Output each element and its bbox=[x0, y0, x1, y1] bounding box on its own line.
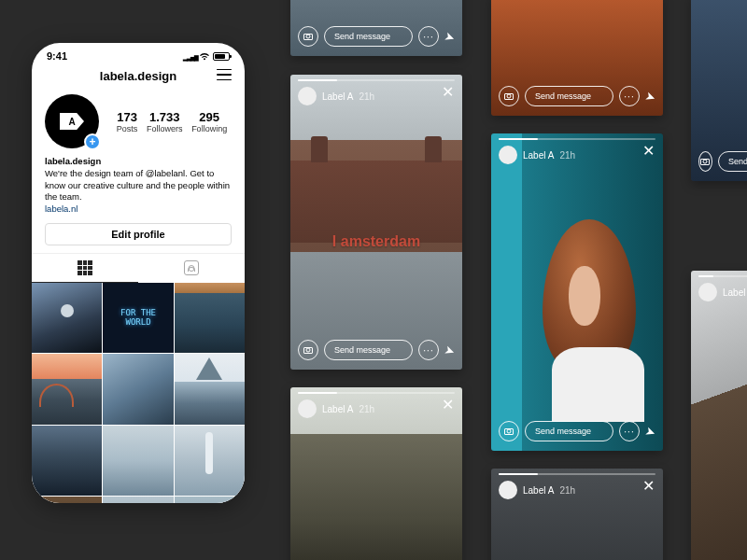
feed-tile[interactable] bbox=[175, 497, 245, 503]
camera-icon bbox=[303, 347, 313, 354]
feed-tile[interactable] bbox=[175, 283, 245, 353]
menu-icon[interactable] bbox=[217, 69, 232, 80]
stat-following-value: 295 bbox=[191, 110, 227, 124]
status-time: 9:41 bbox=[47, 50, 67, 62]
camera-icon bbox=[303, 34, 313, 40]
stat-following[interactable]: 295 Following bbox=[191, 110, 227, 133]
more-button[interactable]: ··· bbox=[418, 340, 439, 360]
story-progress bbox=[698, 275, 747, 277]
story-card[interactable]: Send message ··· ➤ bbox=[491, 0, 663, 116]
wifi-icon bbox=[199, 52, 210, 61]
profile-phone: 9:41 labela.design A + 173 Posts 1.733 F… bbox=[32, 43, 245, 503]
stat-followers-value: 1.733 bbox=[147, 110, 183, 124]
story-age: 21h bbox=[559, 485, 575, 496]
profile-username-title: labela.design bbox=[100, 69, 176, 83]
send-message-input[interactable]: Send message bbox=[525, 86, 613, 106]
send-message-input[interactable]: Send message bbox=[525, 421, 613, 441]
feed-tile[interactable] bbox=[103, 497, 173, 503]
camera-button[interactable] bbox=[499, 86, 519, 106]
story-progress bbox=[499, 473, 655, 475]
story-card[interactable]: Label A 21h ✕ I amsterdam Send message ·… bbox=[290, 75, 462, 370]
feed-tile[interactable] bbox=[103, 354, 173, 424]
send-icon[interactable]: ➤ bbox=[643, 88, 657, 105]
send-message-input[interactable]: Send message bbox=[324, 26, 413, 47]
stat-posts-value: 173 bbox=[117, 110, 138, 124]
edit-profile-button[interactable]: Edit profile bbox=[45, 223, 232, 245]
story-card[interactable]: Label A 21h ✕ bbox=[491, 469, 663, 560]
camera-button[interactable] bbox=[499, 421, 519, 441]
story-card[interactable]: Send bbox=[691, 0, 747, 181]
story-card[interactable]: Label A 21h ✕ Send message ··· ➤ bbox=[491, 133, 663, 451]
send-icon[interactable]: ➤ bbox=[443, 28, 457, 45]
profile-header: labela.design bbox=[32, 63, 245, 91]
story-username[interactable]: Label A bbox=[723, 287, 747, 298]
story-username[interactable]: Label A bbox=[523, 485, 554, 496]
feed-tile[interactable]: FOR THE WORLD bbox=[103, 283, 173, 353]
story-progress bbox=[499, 138, 655, 140]
bio-text: We're the design team of @labelanl. Get … bbox=[45, 168, 230, 203]
story-username[interactable]: Label A bbox=[322, 91, 353, 102]
send-icon[interactable]: ➤ bbox=[443, 342, 457, 358]
camera-icon bbox=[700, 159, 710, 165]
stat-followers-label: Followers bbox=[147, 124, 183, 133]
story-avatar[interactable] bbox=[499, 481, 517, 499]
status-indicators bbox=[183, 52, 230, 61]
bio-name: labela.design bbox=[45, 156, 232, 168]
profile-tabs bbox=[32, 253, 245, 283]
tab-tagged[interactable] bbox=[138, 254, 245, 283]
feed-tile[interactable] bbox=[32, 283, 102, 353]
stat-following-label: Following bbox=[191, 124, 227, 133]
story-username[interactable]: Label A bbox=[523, 150, 554, 161]
more-button[interactable]: ··· bbox=[619, 421, 640, 441]
camera-button[interactable] bbox=[698, 151, 712, 172]
feed-tile[interactable] bbox=[175, 426, 245, 496]
close-icon[interactable]: ✕ bbox=[440, 85, 455, 100]
send-icon[interactable]: ➤ bbox=[643, 423, 657, 440]
story-caption: I amsterdam bbox=[332, 233, 420, 250]
add-story-badge[interactable]: + bbox=[84, 133, 101, 150]
story-avatar[interactable] bbox=[298, 87, 317, 105]
stat-posts[interactable]: 173 Posts bbox=[117, 110, 138, 133]
grid-icon bbox=[78, 260, 92, 275]
feed-tile[interactable] bbox=[32, 354, 102, 424]
send-message-input[interactable]: Send message bbox=[324, 340, 413, 360]
close-icon[interactable]: ✕ bbox=[641, 479, 655, 494]
battery-icon bbox=[213, 52, 230, 61]
story-progress bbox=[298, 392, 455, 394]
bio: labela.design We're the design team of @… bbox=[32, 156, 245, 223]
more-button[interactable]: ··· bbox=[418, 26, 439, 47]
feed-tile[interactable] bbox=[175, 354, 245, 424]
signal-icon bbox=[183, 52, 196, 61]
story-username[interactable]: Label A bbox=[322, 404, 353, 414]
story-card[interactable]: Send message ··· ➤ bbox=[290, 0, 462, 56]
story-avatar[interactable] bbox=[698, 283, 717, 301]
story-age: 21h bbox=[359, 91, 374, 102]
camera-button[interactable] bbox=[298, 340, 318, 360]
camera-icon bbox=[504, 428, 514, 435]
send-message-input[interactable]: Send bbox=[718, 151, 747, 172]
avatar-wrap[interactable]: A + bbox=[45, 94, 99, 148]
story-card[interactable]: Label A 21h ✕ bbox=[290, 387, 462, 560]
story-avatar[interactable] bbox=[499, 146, 517, 164]
more-button[interactable]: ··· bbox=[619, 86, 640, 106]
story-card[interactable]: Label A bbox=[691, 271, 747, 560]
status-bar: 9:41 bbox=[32, 43, 245, 63]
feed-tile[interactable] bbox=[32, 497, 102, 503]
feed-grid: FOR THE WORLD bbox=[32, 283, 245, 503]
bio-link[interactable]: labela.nl bbox=[45, 203, 78, 214]
close-icon[interactable]: ✕ bbox=[440, 398, 455, 413]
profile-stats-row: A + 173 Posts 1.733 Followers 295 Follow… bbox=[32, 91, 245, 156]
tagged-icon bbox=[184, 260, 199, 275]
camera-button[interactable] bbox=[298, 26, 318, 47]
stats: 173 Posts 1.733 Followers 295 Following bbox=[112, 110, 232, 133]
tab-grid[interactable] bbox=[32, 254, 138, 283]
feed-tile[interactable] bbox=[32, 426, 102, 496]
story-progress bbox=[298, 79, 455, 81]
camera-icon bbox=[504, 93, 514, 100]
feed-tile-text: FOR THE WORLD bbox=[120, 309, 156, 328]
stat-followers[interactable]: 1.733 Followers bbox=[147, 110, 183, 133]
story-avatar[interactable] bbox=[298, 399, 317, 418]
avatar-logo: A bbox=[60, 113, 84, 130]
close-icon[interactable]: ✕ bbox=[641, 144, 655, 159]
feed-tile[interactable] bbox=[103, 426, 173, 496]
